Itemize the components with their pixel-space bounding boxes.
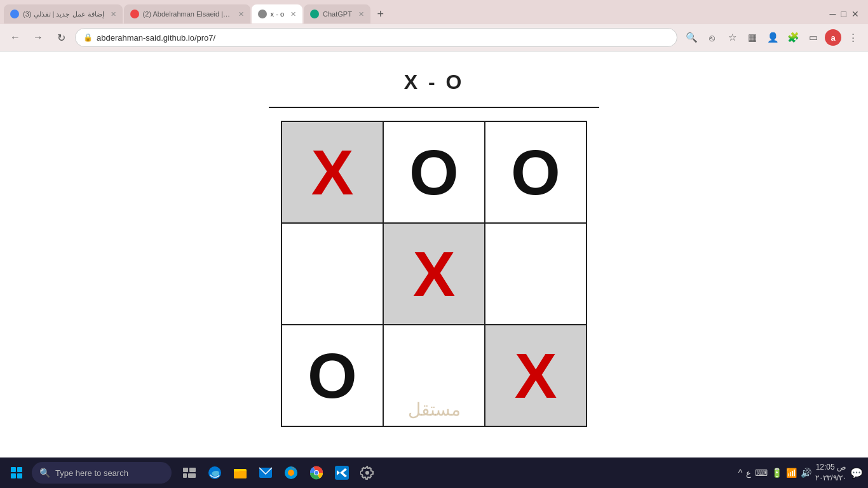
tab-2-label: (2) Abdelrahman Elsaeid | تقذلي <box>143 10 232 18</box>
tab-4-label: ChatGPT <box>323 10 352 18</box>
user-avatar[interactable]: a <box>825 29 841 46</box>
game-board[interactable]: XOOXOX <box>281 121 587 427</box>
svg-rect-3 <box>188 473 196 478</box>
maximize-button[interactable]: □ <box>841 9 846 19</box>
notification-icon[interactable]: 💬 <box>850 467 863 479</box>
back-button[interactable]: ← <box>6 29 24 46</box>
page-content: X - O XOOXOX مستقل <box>0 51 868 458</box>
svg-point-13 <box>315 471 318 475</box>
cell-8[interactable]: X <box>485 325 587 427</box>
language-indicator: ع <box>746 468 751 478</box>
start-button[interactable] <box>5 461 28 484</box>
edge-icon[interactable] <box>203 461 226 484</box>
cell-0[interactable]: X <box>282 122 384 224</box>
svg-point-10 <box>288 470 294 476</box>
tab-2[interactable]: (2) Abdelrahman Elsaeid | تقذلي ✕ <box>124 4 250 24</box>
network-icon: 📶 <box>786 468 797 478</box>
taskbar: 🔍 Type here to search <box>0 458 868 488</box>
tab-4-favicon <box>310 10 319 18</box>
tab-1-favicon <box>10 10 19 18</box>
search-toolbar-icon[interactable]: 🔍 <box>682 29 700 46</box>
minimize-button[interactable]: ─ <box>830 9 836 19</box>
profile-icon-tb[interactable]: 👤 <box>764 29 782 46</box>
svg-rect-1 <box>189 468 196 472</box>
tab-2-favicon <box>130 10 139 18</box>
cell-3[interactable] <box>282 224 384 325</box>
settings-taskbar-icon[interactable] <box>356 461 379 484</box>
game-title: X - O <box>404 71 465 94</box>
vscode-icon[interactable] <box>330 461 353 484</box>
tab-3-label: x - o <box>271 10 284 18</box>
search-icon: 🔍 <box>39 468 50 478</box>
clock-time: 12:05 ص <box>815 462 846 473</box>
tab-4[interactable]: ChatGPT ✕ <box>304 4 370 24</box>
lock-icon: 🔒 <box>83 33 93 42</box>
tab-1-label: إضافة عمل جديد | تقذلي (3) <box>23 10 104 18</box>
clock: 12:05 ص ٢٠٢٣/٩/٢٠ <box>815 462 846 484</box>
svg-point-15 <box>365 471 369 475</box>
cell-1[interactable]: O <box>384 122 485 224</box>
cell-7[interactable] <box>384 325 485 427</box>
extensions-icon[interactable]: 🧩 <box>784 29 802 46</box>
tab-3[interactable]: x - o ✕ <box>252 4 302 24</box>
address-bar-row: ← → ↻ 🔒 abderahman-said.github.io/pro7/ … <box>0 24 868 51</box>
share-icon[interactable]: ⎋ <box>703 29 721 46</box>
svg-rect-2 <box>183 473 187 478</box>
tab-bar: إضافة عمل جديد | تقذلي (3) ✕ (2) Abdelra… <box>0 0 868 24</box>
keyboard-icon: ⌨ <box>755 468 768 478</box>
tab-3-close[interactable]: ✕ <box>290 10 296 18</box>
taskbar-apps <box>178 461 379 484</box>
tab-2-close[interactable]: ✕ <box>238 10 244 18</box>
mail-icon[interactable] <box>254 461 277 484</box>
taskview-button[interactable] <box>178 461 201 484</box>
svg-rect-7 <box>234 469 240 471</box>
clock-date: ٢٠٢٣/٩/٢٠ <box>815 473 846 484</box>
svg-rect-0 <box>183 468 188 472</box>
tab-3-favicon <box>258 10 267 18</box>
tab-1[interactable]: إضافة عمل جديد | تقذلي (3) ✕ <box>4 4 123 24</box>
svg-rect-6 <box>234 471 247 478</box>
forward-button[interactable]: → <box>29 29 47 46</box>
browser-chrome: إضافة عمل جديد | تقذلي (3) ✕ (2) Abdelra… <box>0 0 868 51</box>
address-text: abderahman-said.github.io/pro7/ <box>97 33 215 43</box>
title-divider <box>269 107 599 108</box>
settings-icon[interactable]: ⋮ <box>844 29 862 46</box>
file-explorer-icon[interactable] <box>229 461 252 484</box>
chevron-up-icon[interactable]: ^ <box>738 468 743 478</box>
search-placeholder-text: Type here to search <box>55 468 128 478</box>
battery-icon: 🔋 <box>771 468 782 478</box>
firefox-icon[interactable] <box>280 461 302 484</box>
address-bar[interactable]: 🔒 abderahman-said.github.io/pro7/ <box>75 28 677 47</box>
new-tab-button[interactable]: + <box>372 5 390 23</box>
cell-5[interactable] <box>485 224 587 325</box>
volume-icon: 🔊 <box>801 468 811 478</box>
tab-4-close[interactable]: ✕ <box>358 10 364 18</box>
window-controls: ─ □ ✕ <box>830 9 864 19</box>
cell-4[interactable]: X <box>384 224 485 325</box>
system-tray: ^ ع ⌨ 🔋 📶 🔊 12:05 ص ٢٠٢٣/٩/٢٠ 💬 <box>738 462 863 484</box>
toolbar-icons: 🔍 ⎋ ☆ ▦ 👤 🧩 ▭ a ⋮ <box>682 29 862 46</box>
cell-2[interactable]: O <box>485 122 587 224</box>
cell-6[interactable]: O <box>282 325 384 427</box>
reload-button[interactable]: ↻ <box>52 29 70 46</box>
taskbar-search[interactable]: 🔍 Type here to search <box>32 462 172 484</box>
tab-1-close[interactable]: ✕ <box>111 10 116 18</box>
bookmark-icon[interactable]: ☆ <box>723 29 741 46</box>
close-button[interactable]: ✕ <box>851 9 859 19</box>
chrome-icon[interactable] <box>305 461 328 484</box>
sidebar-icon[interactable]: ▭ <box>804 29 822 46</box>
collections-icon[interactable]: ▦ <box>743 29 761 46</box>
